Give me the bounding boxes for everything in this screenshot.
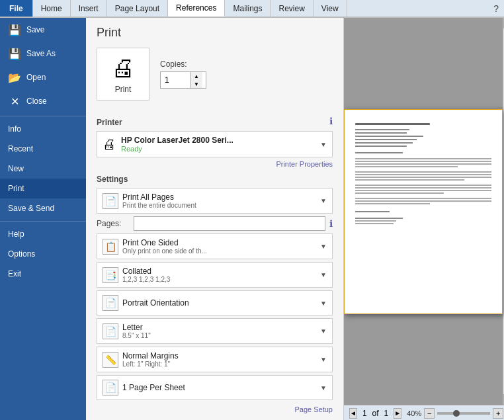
setting-collated[interactable]: 📑 Collated 1,2,3 1,2,3 1,2,3 ▼ <box>97 262 333 288</box>
printer-info-icon[interactable]: ℹ <box>329 116 333 126</box>
tab-references[interactable]: References <box>168 0 225 17</box>
pages-per-sheet-main: 1 Page Per Sheet <box>122 383 316 392</box>
tab-mailings[interactable]: Mailings <box>225 0 271 17</box>
backstage-label-open: Open <box>26 73 46 82</box>
backstage-panel: 💾 Save 💾 Save As 📂 Open ✕ Close Info Rec… <box>0 18 86 420</box>
tab-home[interactable]: Home <box>33 0 71 17</box>
setting-print-all-pages[interactable]: 📄 Print All Pages Print the entire docum… <box>97 188 333 214</box>
tab-page-layout[interactable]: Page Layout <box>107 0 168 17</box>
doc-line-3 <box>355 136 423 137</box>
portrait-main: Portrait Orientation <box>122 298 316 308</box>
backstage-item-print[interactable]: Print <box>0 179 86 198</box>
letter-sub: 8.5" x 11" <box>122 332 316 339</box>
current-page: 1 <box>362 409 367 418</box>
pages-per-sheet-icon: 📄 <box>103 380 118 396</box>
page-of-label: of <box>372 409 379 418</box>
printer-selector[interactable]: 🖨 HP Color LaserJet 2800 Seri... Ready ▼ <box>97 131 333 157</box>
backstage-item-save-as[interactable]: 💾 Save As <box>0 42 86 65</box>
doc-closing <box>355 211 390 212</box>
backstage-item-help[interactable]: Help <box>0 224 86 244</box>
ribbon: File Home Insert Page Layout References … <box>0 0 504 18</box>
prev-page-button[interactable]: ◄ <box>349 408 357 419</box>
backstage-item-options[interactable]: Options <box>0 244 86 264</box>
one-sided-sub: Only print on one side of th... <box>122 247 316 255</box>
print-all-text: Print All Pages Print the entire documen… <box>122 192 316 209</box>
backstage-label-close: Close <box>26 97 47 106</box>
portrait-text: Portrait Orientation <box>122 298 316 308</box>
printer-small-icon: 🖨 <box>103 137 116 152</box>
backstage-item-open[interactable]: 📂 Open <box>0 65 86 89</box>
backstage-label-save: Save <box>26 25 44 34</box>
doc-p2-4 <box>355 179 464 181</box>
pages-info-icon[interactable]: ℹ <box>329 218 333 229</box>
tab-file[interactable]: File <box>0 0 33 17</box>
backstage-item-recent[interactable]: Recent <box>0 139 86 159</box>
zoom-label: 40% <box>407 409 421 417</box>
setting-print-one-sided[interactable]: 📋 Print One Sided Only print on one side… <box>97 233 333 259</box>
print-panel-header: Print <box>97 26 333 40</box>
help-button[interactable]: ? <box>488 0 504 17</box>
copies-input[interactable] <box>161 73 190 87</box>
one-sided-main: Print One Sided <box>122 238 316 247</box>
copies-increment[interactable]: ▲ <box>190 72 202 80</box>
zoom-slider[interactable] <box>437 412 490 415</box>
doc-date-line <box>355 123 430 125</box>
margins-arrow: ▼ <box>320 356 327 363</box>
save-icon: 💾 <box>8 23 21 36</box>
doc-p1-3 <box>355 163 491 165</box>
close-icon: ✕ <box>8 95 21 108</box>
doc-p2-3 <box>355 177 491 178</box>
collated-text: Collated 1,2,3 1,2,3 1,2,3 <box>122 267 316 283</box>
backstage-item-exit[interactable]: Exit <box>0 264 86 284</box>
doc-p4-3 <box>355 203 430 204</box>
printer-section-title: Printer <box>97 118 122 127</box>
setting-letter[interactable]: 📄 Letter 8.5" x 11" ▼ <box>97 318 333 344</box>
zoom-thumb[interactable] <box>453 410 460 417</box>
collated-arrow: ▼ <box>320 271 327 278</box>
printer-info: HP Color LaserJet 2800 Seri... Ready <box>121 136 315 153</box>
backstage-item-close[interactable]: ✕ Close <box>0 89 86 113</box>
portrait-arrow: ▼ <box>320 300 327 307</box>
pages-input[interactable] <box>134 216 325 231</box>
backstage-item-info[interactable]: Info <box>0 119 86 139</box>
page-setup-link[interactable]: Page Setup <box>97 405 333 413</box>
doc-p4-1 <box>355 198 491 199</box>
margins-icon: 📏 <box>103 352 118 368</box>
collated-sub: 1,2,3 1,2,3 1,2,3 <box>122 276 316 283</box>
backstage-label-help: Help <box>8 230 24 239</box>
zoom-minus-button[interactable]: − <box>424 408 435 419</box>
preview-panel: ▲ ▼ ◄ 1 of 1 ► 40% − + <box>344 18 504 420</box>
doc-p3-3 <box>355 190 491 191</box>
settings-section-title: Settings <box>97 175 333 184</box>
tab-view[interactable]: View <box>314 0 347 17</box>
setting-pages-per-sheet[interactable]: 📄 1 Page Per Sheet ▼ <box>97 375 333 400</box>
copies-spinner: ▲ ▼ <box>190 72 202 88</box>
printer-properties-link[interactable]: Printer Properties <box>97 160 333 168</box>
doc-p1-2 <box>355 161 491 162</box>
print-action-section: 🖨 Print Copies: ▲ ▼ <box>97 48 333 101</box>
copies-decrement[interactable]: ▼ <box>190 80 202 88</box>
print-button-label: Print <box>115 85 132 94</box>
doc-p3-1 <box>355 185 491 186</box>
backstage-label-print: Print <box>8 184 24 193</box>
backstage-item-new[interactable]: New <box>0 159 86 179</box>
zoom-plus-button[interactable]: + <box>493 408 503 419</box>
pages-per-sheet-text: 1 Page Per Sheet <box>122 383 316 392</box>
doc-p3-4 <box>355 192 444 194</box>
tab-insert[interactable]: Insert <box>71 0 107 17</box>
status-bar: ◄ 1 of 1 ► 40% − + <box>344 405 504 420</box>
divider-2 <box>0 221 86 222</box>
print-all-icon: 📄 <box>103 193 118 209</box>
setting-margins[interactable]: 📏 Normal Margins Left: 1" Right: 1" ▼ <box>97 347 333 372</box>
tab-review[interactable]: Review <box>271 0 313 17</box>
setting-portrait[interactable]: 📄 Portrait Orientation ▼ <box>97 290 333 315</box>
save-as-icon: 💾 <box>8 47 21 60</box>
doc-sig-1 <box>355 218 403 219</box>
backstage-label-save-send: Save & Send <box>8 204 54 213</box>
backstage-item-save[interactable]: 💾 Save <box>0 18 86 42</box>
print-button[interactable]: 🖨 Print <box>97 48 149 101</box>
next-page-button[interactable]: ► <box>394 408 401 419</box>
collated-icon: 📑 <box>103 267 118 283</box>
backstage-label-options: Options <box>8 249 35 259</box>
backstage-item-save-send[interactable]: Save & Send <box>0 198 86 218</box>
